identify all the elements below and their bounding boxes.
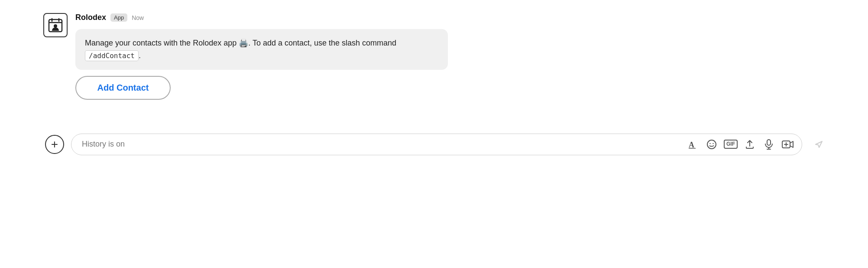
gif-badge: GIF [724,140,738,148]
message-row: Rolodex App Now Manage your contacts wit… [43,13,825,100]
message-bubble: Manage your contacts with the Rolodex ap… [75,29,448,70]
rolodex-emoji: 🖨️ [239,39,248,47]
message-body-part3: . [139,51,141,60]
microphone-icon[interactable] [763,138,775,150]
svg-point-8 [709,143,710,144]
message-header: Rolodex App Now [75,13,825,22]
text-format-icon[interactable]: A [687,138,699,150]
add-icon: + [51,138,58,150]
video-add-icon[interactable] [782,138,794,150]
app-badge: App [110,13,127,22]
svg-point-4 [54,24,57,28]
svg-rect-10 [767,140,771,145]
svg-point-7 [707,140,716,149]
input-row: + A [43,134,825,155]
add-contact-button[interactable]: Add Contact [75,76,171,100]
sender-name: Rolodex [75,13,106,22]
add-button[interactable]: + [45,135,64,154]
message-body-part2: . To add a contact, use the slash comman… [248,39,396,47]
send-button[interactable] [813,138,825,150]
svg-point-9 [713,143,713,144]
input-wrapper: A GIF [71,134,802,155]
avatar [43,13,68,37]
svg-text:A: A [689,141,694,149]
upload-icon[interactable] [744,138,756,150]
message-content: Rolodex App Now Manage your contacts wit… [75,13,825,100]
timestamp: Now [132,14,144,21]
slash-command: /addContact [85,50,139,61]
message-input[interactable] [82,140,681,149]
emoji-icon[interactable] [706,138,718,150]
gif-icon[interactable]: GIF [725,138,737,150]
chat-container: Rolodex App Now Manage your contacts wit… [43,13,825,155]
input-icons: A GIF [687,138,794,150]
message-body-part1: Manage your contacts with the Rolodex ap… [85,39,239,47]
